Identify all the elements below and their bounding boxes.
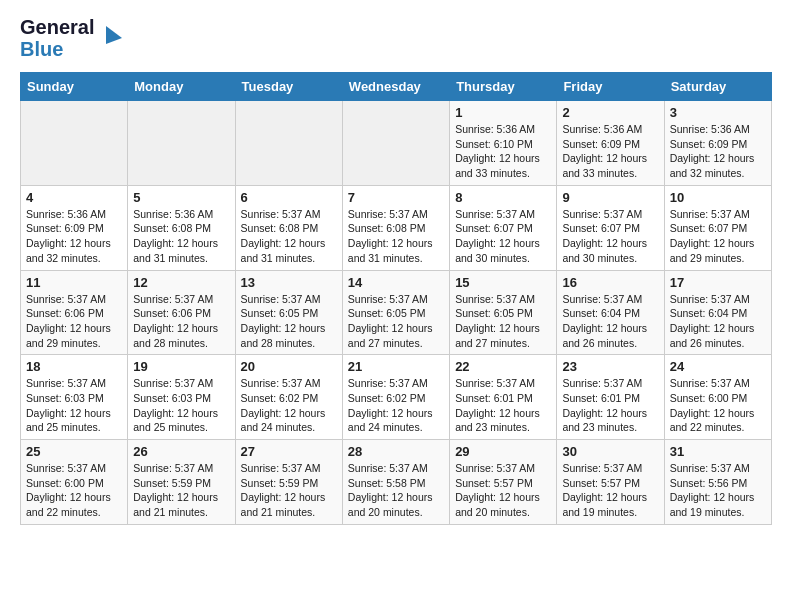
page: General Blue Sunday Monday Tuesday Wedne… xyxy=(0,0,792,541)
calendar-week-row: 18Sunrise: 5:37 AM Sunset: 6:03 PM Dayli… xyxy=(21,355,772,440)
svg-marker-0 xyxy=(106,26,122,44)
calendar-cell: 4Sunrise: 5:36 AM Sunset: 6:09 PM Daylig… xyxy=(21,185,128,270)
day-info: Sunrise: 5:37 AM Sunset: 6:05 PM Dayligh… xyxy=(455,292,551,351)
day-number: 18 xyxy=(26,359,122,374)
calendar-cell: 26Sunrise: 5:37 AM Sunset: 5:59 PM Dayli… xyxy=(128,440,235,525)
day-info: Sunrise: 5:36 AM Sunset: 6:09 PM Dayligh… xyxy=(562,122,658,181)
day-info: Sunrise: 5:37 AM Sunset: 6:04 PM Dayligh… xyxy=(562,292,658,351)
day-info: Sunrise: 5:37 AM Sunset: 6:08 PM Dayligh… xyxy=(241,207,337,266)
calendar-cell: 16Sunrise: 5:37 AM Sunset: 6:04 PM Dayli… xyxy=(557,270,664,355)
day-number: 26 xyxy=(133,444,229,459)
day-info: Sunrise: 5:36 AM Sunset: 6:08 PM Dayligh… xyxy=(133,207,229,266)
day-number: 4 xyxy=(26,190,122,205)
calendar-week-row: 11Sunrise: 5:37 AM Sunset: 6:06 PM Dayli… xyxy=(21,270,772,355)
logo-blue: Blue xyxy=(20,38,63,60)
day-number: 12 xyxy=(133,275,229,290)
calendar-cell: 24Sunrise: 5:37 AM Sunset: 6:00 PM Dayli… xyxy=(664,355,771,440)
calendar-cell: 27Sunrise: 5:37 AM Sunset: 5:59 PM Dayli… xyxy=(235,440,342,525)
day-info: Sunrise: 5:37 AM Sunset: 6:07 PM Dayligh… xyxy=(455,207,551,266)
day-info: Sunrise: 5:37 AM Sunset: 6:03 PM Dayligh… xyxy=(26,376,122,435)
day-info: Sunrise: 5:37 AM Sunset: 6:08 PM Dayligh… xyxy=(348,207,444,266)
day-info: Sunrise: 5:37 AM Sunset: 5:58 PM Dayligh… xyxy=(348,461,444,520)
day-info: Sunrise: 5:37 AM Sunset: 6:00 PM Dayligh… xyxy=(670,376,766,435)
calendar-cell xyxy=(235,101,342,186)
calendar-cell: 20Sunrise: 5:37 AM Sunset: 6:02 PM Dayli… xyxy=(235,355,342,440)
day-number: 28 xyxy=(348,444,444,459)
calendar-cell: 11Sunrise: 5:37 AM Sunset: 6:06 PM Dayli… xyxy=(21,270,128,355)
day-number: 15 xyxy=(455,275,551,290)
day-info: Sunrise: 5:37 AM Sunset: 6:06 PM Dayligh… xyxy=(133,292,229,351)
calendar-cell: 14Sunrise: 5:37 AM Sunset: 6:05 PM Dayli… xyxy=(342,270,449,355)
calendar-week-row: 1Sunrise: 5:36 AM Sunset: 6:10 PM Daylig… xyxy=(21,101,772,186)
day-number: 30 xyxy=(562,444,658,459)
day-info: Sunrise: 5:37 AM Sunset: 6:05 PM Dayligh… xyxy=(241,292,337,351)
day-number: 3 xyxy=(670,105,766,120)
calendar-cell: 6Sunrise: 5:37 AM Sunset: 6:08 PM Daylig… xyxy=(235,185,342,270)
day-number: 31 xyxy=(670,444,766,459)
day-number: 20 xyxy=(241,359,337,374)
day-number: 8 xyxy=(455,190,551,205)
calendar-cell: 19Sunrise: 5:37 AM Sunset: 6:03 PM Dayli… xyxy=(128,355,235,440)
calendar-cell xyxy=(21,101,128,186)
calendar-cell: 1Sunrise: 5:36 AM Sunset: 6:10 PM Daylig… xyxy=(450,101,557,186)
calendar-cell: 9Sunrise: 5:37 AM Sunset: 6:07 PM Daylig… xyxy=(557,185,664,270)
calendar-cell xyxy=(342,101,449,186)
day-info: Sunrise: 5:36 AM Sunset: 6:09 PM Dayligh… xyxy=(26,207,122,266)
day-info: Sunrise: 5:37 AM Sunset: 5:57 PM Dayligh… xyxy=(562,461,658,520)
day-info: Sunrise: 5:37 AM Sunset: 6:03 PM Dayligh… xyxy=(133,376,229,435)
day-info: Sunrise: 5:37 AM Sunset: 6:07 PM Dayligh… xyxy=(562,207,658,266)
day-number: 10 xyxy=(670,190,766,205)
day-info: Sunrise: 5:37 AM Sunset: 6:01 PM Dayligh… xyxy=(455,376,551,435)
col-friday: Friday xyxy=(557,73,664,101)
day-number: 6 xyxy=(241,190,337,205)
calendar-cell: 30Sunrise: 5:37 AM Sunset: 5:57 PM Dayli… xyxy=(557,440,664,525)
day-info: Sunrise: 5:37 AM Sunset: 6:04 PM Dayligh… xyxy=(670,292,766,351)
col-thursday: Thursday xyxy=(450,73,557,101)
logo-arrow-icon xyxy=(96,24,124,52)
logo-general: General xyxy=(20,16,94,38)
day-number: 9 xyxy=(562,190,658,205)
header: General Blue xyxy=(20,16,772,60)
calendar-cell: 17Sunrise: 5:37 AM Sunset: 6:04 PM Dayli… xyxy=(664,270,771,355)
calendar-cell xyxy=(128,101,235,186)
calendar-cell: 22Sunrise: 5:37 AM Sunset: 6:01 PM Dayli… xyxy=(450,355,557,440)
calendar-cell: 31Sunrise: 5:37 AM Sunset: 5:56 PM Dayli… xyxy=(664,440,771,525)
day-number: 19 xyxy=(133,359,229,374)
day-number: 21 xyxy=(348,359,444,374)
calendar-cell: 8Sunrise: 5:37 AM Sunset: 6:07 PM Daylig… xyxy=(450,185,557,270)
col-sunday: Sunday xyxy=(21,73,128,101)
day-number: 11 xyxy=(26,275,122,290)
day-info: Sunrise: 5:37 AM Sunset: 6:01 PM Dayligh… xyxy=(562,376,658,435)
calendar-cell: 13Sunrise: 5:37 AM Sunset: 6:05 PM Dayli… xyxy=(235,270,342,355)
calendar-cell: 18Sunrise: 5:37 AM Sunset: 6:03 PM Dayli… xyxy=(21,355,128,440)
calendar-cell: 25Sunrise: 5:37 AM Sunset: 6:00 PM Dayli… xyxy=(21,440,128,525)
calendar-cell: 29Sunrise: 5:37 AM Sunset: 5:57 PM Dayli… xyxy=(450,440,557,525)
calendar-cell: 2Sunrise: 5:36 AM Sunset: 6:09 PM Daylig… xyxy=(557,101,664,186)
col-monday: Monday xyxy=(128,73,235,101)
day-info: Sunrise: 5:37 AM Sunset: 6:02 PM Dayligh… xyxy=(348,376,444,435)
day-info: Sunrise: 5:37 AM Sunset: 6:00 PM Dayligh… xyxy=(26,461,122,520)
day-info: Sunrise: 5:37 AM Sunset: 5:59 PM Dayligh… xyxy=(241,461,337,520)
calendar-cell: 7Sunrise: 5:37 AM Sunset: 6:08 PM Daylig… xyxy=(342,185,449,270)
day-number: 7 xyxy=(348,190,444,205)
day-number: 24 xyxy=(670,359,766,374)
col-wednesday: Wednesday xyxy=(342,73,449,101)
day-info: Sunrise: 5:37 AM Sunset: 6:05 PM Dayligh… xyxy=(348,292,444,351)
day-info: Sunrise: 5:37 AM Sunset: 5:59 PM Dayligh… xyxy=(133,461,229,520)
col-saturday: Saturday xyxy=(664,73,771,101)
calendar-cell: 28Sunrise: 5:37 AM Sunset: 5:58 PM Dayli… xyxy=(342,440,449,525)
day-number: 2 xyxy=(562,105,658,120)
day-number: 23 xyxy=(562,359,658,374)
day-info: Sunrise: 5:37 AM Sunset: 6:02 PM Dayligh… xyxy=(241,376,337,435)
day-info: Sunrise: 5:37 AM Sunset: 5:57 PM Dayligh… xyxy=(455,461,551,520)
header-row: Sunday Monday Tuesday Wednesday Thursday… xyxy=(21,73,772,101)
calendar-table: Sunday Monday Tuesday Wednesday Thursday… xyxy=(20,72,772,525)
day-info: Sunrise: 5:36 AM Sunset: 6:09 PM Dayligh… xyxy=(670,122,766,181)
day-number: 25 xyxy=(26,444,122,459)
day-number: 27 xyxy=(241,444,337,459)
col-tuesday: Tuesday xyxy=(235,73,342,101)
calendar-cell: 21Sunrise: 5:37 AM Sunset: 6:02 PM Dayli… xyxy=(342,355,449,440)
calendar-cell: 10Sunrise: 5:37 AM Sunset: 6:07 PM Dayli… xyxy=(664,185,771,270)
day-number: 22 xyxy=(455,359,551,374)
day-number: 16 xyxy=(562,275,658,290)
